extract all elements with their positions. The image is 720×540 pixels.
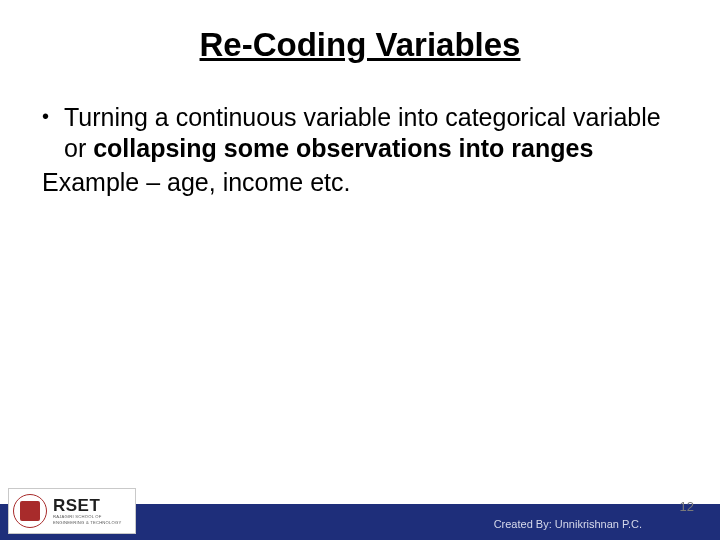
logo-sub1: RAJAGIRI SCHOOL OF [53,515,121,519]
credit-text: Created By: Unnikrishnan P.C. [494,518,642,530]
logo-block: RSET RAJAGIRI SCHOOL OF ENGINEERING & TE… [8,488,136,534]
slide: Re-Coding Variables • Turning a continuo… [0,0,720,540]
footer: RSET RAJAGIRI SCHOOL OF ENGINEERING & TE… [0,486,720,540]
bullet-item: • Turning a continuous variable into cat… [42,102,684,165]
page-number: 12 [680,499,694,514]
slide-title: Re-Coding Variables [36,26,684,64]
logo-text: RSET RAJAGIRI SCHOOL OF ENGINEERING & TE… [53,497,121,524]
bullet-bold: collapsing some observations into ranges [93,134,593,162]
logo-sub2: ENGINEERING & TECHNOLOGY [53,521,121,525]
bullet-marker: • [42,102,64,131]
slide-content: • Turning a continuous variable into cat… [36,102,684,198]
bullet-text: Turning a continuous variable into categ… [64,102,684,165]
logo-main: RSET [53,497,121,514]
example-text: Example – age, income etc. [42,167,684,198]
logo-emblem-icon [13,494,47,528]
